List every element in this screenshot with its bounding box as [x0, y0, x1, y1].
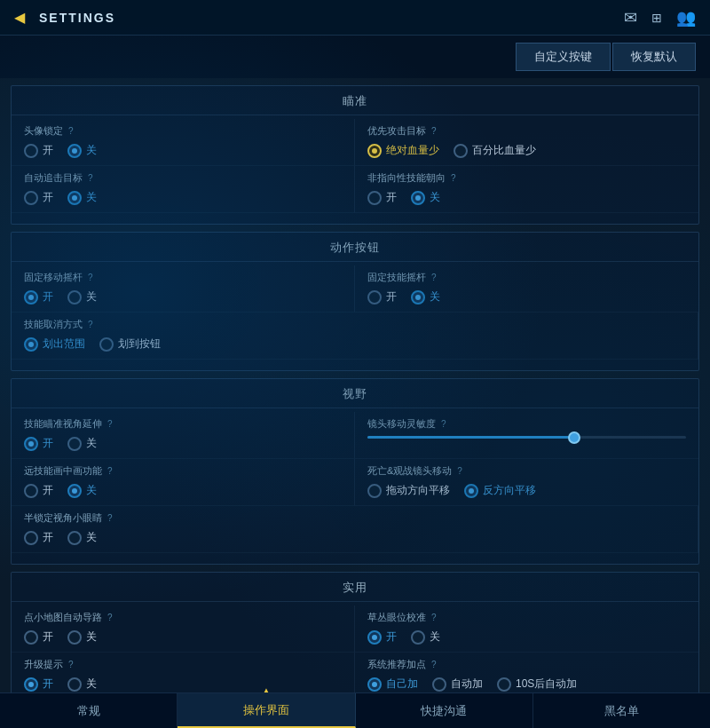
- radio-option[interactable]: 百分比血量少: [454, 143, 536, 158]
- radio-option[interactable]: 划到按钮: [99, 336, 161, 352]
- info-icon[interactable]: ?: [88, 273, 93, 282]
- radio-option[interactable]: 关: [67, 629, 97, 645]
- setting-label: 系统推荐加点?: [367, 658, 686, 671]
- nav-item-常规[interactable]: 常规: [0, 693, 178, 728]
- slider-container[interactable]: [367, 436, 686, 439]
- setting-item: 优先攻击目标?绝对血量少百分比血量少: [355, 119, 698, 166]
- setting-label: 技能取消方式?: [24, 318, 685, 331]
- radio-option[interactable]: 开: [24, 143, 53, 158]
- back-icon: ◀: [14, 9, 25, 26]
- radio-option[interactable]: 关: [67, 530, 97, 545]
- info-icon[interactable]: ?: [107, 419, 113, 429]
- radio-circle: [432, 677, 446, 692]
- radio-circle: [67, 290, 82, 305]
- radio-circle: [67, 191, 82, 205]
- radio-label: 开: [43, 143, 53, 158]
- info-icon[interactable]: ?: [88, 320, 93, 329]
- radio-option[interactable]: 自动加: [432, 677, 483, 692]
- radio-option[interactable]: 绝对血量少: [367, 143, 439, 158]
- radio-option[interactable]: 关: [411, 289, 440, 305]
- setting-options: 开关: [24, 143, 342, 158]
- setting-label: 非指向性技能朝向?: [367, 171, 686, 185]
- radio-option[interactable]: 关: [67, 289, 97, 305]
- radio-option[interactable]: 关: [411, 629, 440, 645]
- setting-label: 升级提示?: [24, 658, 342, 671]
- radio-label: 开: [386, 629, 397, 645]
- radio-option[interactable]: 关: [411, 190, 440, 205]
- setting-options: 开关: [24, 289, 342, 305]
- radio-option[interactable]: 开: [24, 436, 53, 451]
- mail-icon[interactable]: ✉: [624, 8, 637, 28]
- setting-options: 划出范围划到按钮: [24, 336, 685, 352]
- section-title-aiming: 瞄准: [12, 86, 698, 115]
- radio-label: 关: [430, 629, 440, 645]
- header-title: SETTINGS: [39, 11, 115, 25]
- info-icon[interactable]: ?: [431, 613, 437, 622]
- radio-option[interactable]: 开: [24, 677, 53, 692]
- top-actions: 自定义按键 恢复默认: [0, 36, 710, 78]
- radio-circle: [67, 630, 82, 645]
- setting-options: 开关: [367, 190, 686, 205]
- radio-option[interactable]: 开: [367, 190, 397, 205]
- info-icon[interactable]: ?: [88, 173, 93, 183]
- radio-option[interactable]: 反方向平移: [464, 483, 536, 498]
- setting-item: 远技能画中画功能?开关: [12, 459, 355, 506]
- radio-circle: [367, 630, 382, 645]
- nav-item-快捷沟通[interactable]: 快捷沟通: [356, 693, 533, 728]
- info-icon[interactable]: ?: [431, 126, 437, 136]
- info-icon[interactable]: ?: [107, 466, 113, 476]
- customize-button[interactable]: 自定义按键: [516, 43, 611, 71]
- radio-option[interactable]: 开: [24, 289, 53, 305]
- info-icon[interactable]: ?: [107, 613, 113, 622]
- info-icon[interactable]: ?: [68, 660, 74, 669]
- header: ◀ SETTINGS ✉ ⊞ 👥: [0, 0, 710, 36]
- info-icon[interactable]: ?: [107, 513, 113, 523]
- radio-option[interactable]: 10S后自动加: [497, 677, 577, 692]
- radio-option[interactable]: 开: [367, 629, 397, 645]
- radio-label: 开: [43, 436, 53, 451]
- setting-label: 半锁定视角小眼睛?: [24, 511, 685, 525]
- info-icon[interactable]: ?: [451, 173, 456, 183]
- info-icon[interactable]: ?: [431, 660, 437, 669]
- radio-option[interactable]: 自己加: [367, 677, 418, 692]
- info-icon[interactable]: ?: [431, 273, 437, 282]
- radio-option[interactable]: 拖动方向平移: [367, 483, 450, 498]
- radio-option[interactable]: 开: [24, 483, 53, 498]
- setting-item: 死亡&观战镜头移动?拖动方向平移反方向平移: [355, 459, 698, 506]
- nav-item-操作界面[interactable]: 操作界面: [178, 693, 355, 728]
- radio-option[interactable]: 关: [67, 677, 97, 692]
- radio-circle: [24, 677, 38, 692]
- radio-option[interactable]: 关: [67, 190, 97, 205]
- slider-fill: [367, 436, 574, 439]
- back-button[interactable]: ◀ SETTINGS: [14, 9, 115, 26]
- slider-thumb[interactable]: [568, 431, 580, 444]
- restore-default-button[interactable]: 恢复默认: [612, 43, 696, 71]
- info-icon[interactable]: ?: [441, 419, 446, 429]
- radio-option[interactable]: 关: [67, 436, 97, 451]
- info-icon[interactable]: ?: [457, 466, 462, 476]
- setting-item: 固定技能摇杆?开关: [355, 265, 698, 313]
- radio-option[interactable]: 关: [67, 483, 97, 498]
- friends-icon[interactable]: 👥: [676, 8, 696, 28]
- radio-option[interactable]: 开: [24, 530, 53, 545]
- radio-circle: [367, 191, 382, 205]
- nav-item-黑名单[interactable]: 黑名单: [533, 693, 710, 728]
- radio-label: 关: [86, 483, 97, 498]
- radio-label: 开: [43, 530, 53, 545]
- radio-option[interactable]: 开: [367, 289, 397, 305]
- radio-circle: [24, 144, 38, 158]
- radio-option[interactable]: 开: [24, 629, 53, 645]
- radio-circle: [24, 437, 38, 451]
- radio-circle: [454, 144, 468, 158]
- info-icon[interactable]: ?: [68, 126, 74, 136]
- radio-label: 开: [43, 190, 53, 205]
- radio-label: 关: [86, 190, 97, 205]
- radio-option[interactable]: 划出范围: [24, 336, 85, 352]
- radio-circle: [367, 144, 382, 158]
- radio-circle: [411, 191, 425, 205]
- grid-icon[interactable]: ⊞: [651, 11, 662, 25]
- radio-label: 百分比血量少: [472, 143, 536, 158]
- radio-option[interactable]: 开: [24, 190, 53, 205]
- radio-label: 关: [86, 677, 97, 692]
- radio-option[interactable]: 关: [67, 143, 97, 158]
